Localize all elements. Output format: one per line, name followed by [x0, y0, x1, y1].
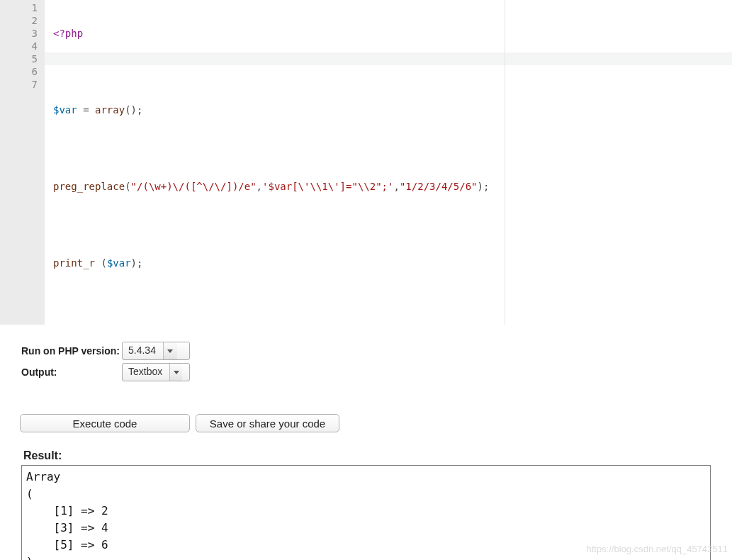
chevron-down-icon [169, 364, 182, 381]
code-line [53, 142, 732, 155]
code-area[interactable]: <?php $var = array(); preg_replace("/(\w… [45, 0, 732, 325]
php-version-select[interactable]: 5.4.34 [122, 342, 190, 360]
line-number-gutter: 1 2 3 4 5 6 7 [0, 0, 45, 325]
line-number: 5 [0, 52, 38, 65]
line-number: 1 [0, 1, 38, 14]
output-select[interactable]: Textbox [122, 363, 190, 381]
code-editor[interactable]: 1 2 3 4 5 6 7 <?php $var = array(); preg… [0, 0, 732, 325]
line-number: 7 [0, 78, 38, 91]
chevron-down-icon [163, 342, 177, 359]
result-title: Result: [23, 449, 711, 462]
result-output[interactable]: Array ( [1] => 2 [3] => 4 [5] => 6 ) [21, 465, 711, 560]
php-version-value: 5.4.34 [123, 342, 163, 359]
code-line [53, 65, 732, 78]
output-label: Output: [21, 366, 122, 378]
line-number: 6 [0, 65, 38, 78]
output-value: Textbox [123, 364, 169, 381]
execute-button[interactable]: Execute code [20, 414, 190, 432]
code-line: print_r ($var); [53, 257, 732, 269]
line-number: 2 [0, 14, 38, 27]
code-line: $var = array(); [53, 103, 732, 116]
code-line: <?php [53, 27, 732, 40]
line-number: 4 [0, 40, 38, 52]
code-line [53, 218, 732, 231]
code-line: preg_replace("/(\w+)\/([^\/\/])/e",'$var… [53, 180, 732, 193]
line-number: 3 [0, 27, 38, 40]
save-share-button[interactable]: Save or share your code [196, 414, 339, 432]
php-version-label: Run on PHP version: [21, 345, 122, 357]
